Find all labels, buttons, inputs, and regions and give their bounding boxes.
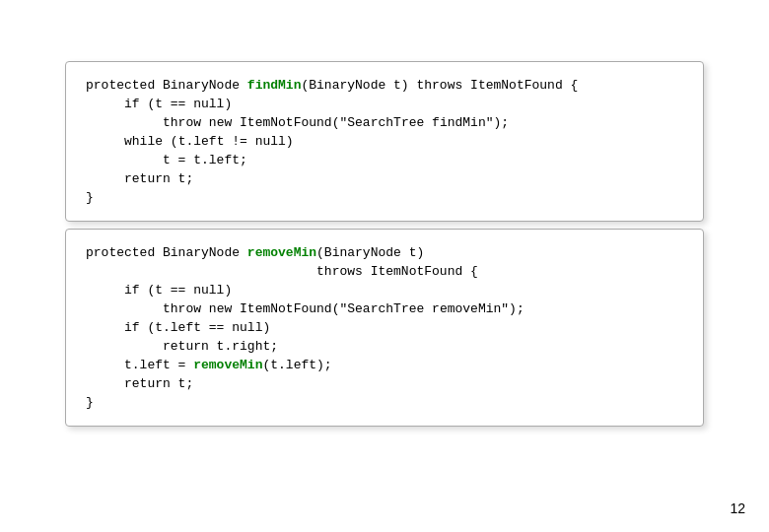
method-removeMin: removeMin: [247, 245, 316, 260]
code-line: t = t.left;: [86, 151, 683, 169]
code-line: return t;: [86, 374, 683, 393]
code-text: (BinaryNode t): [316, 245, 424, 260]
code-line: if (t == null): [86, 281, 683, 299]
keyword: protected BinaryNode: [86, 78, 247, 93]
code-line: while (t.left != null): [86, 132, 683, 151]
method-findMin: findMin: [247, 78, 302, 93]
code-line: throw new ItemNotFound("SearchTree findM…: [86, 113, 683, 132]
code-text: (BinaryNode t) throws ItemNotFound {: [301, 78, 578, 93]
code-line: return t;: [86, 169, 683, 188]
code-line: t.left = removeMin(t.left);: [86, 356, 683, 374]
code-box-1: protected BinaryNode findMin(BinaryNode …: [65, 61, 704, 222]
code-line: throw new ItemNotFound("SearchTree remov…: [86, 299, 683, 318]
code-line: if (t == null): [86, 95, 683, 113]
code-box-2: protected BinaryNode removeMin(BinaryNod…: [65, 229, 704, 427]
keyword: protected BinaryNode: [86, 245, 247, 260]
code-line: if (t.left == null): [86, 318, 683, 337]
method-removeMin-call: removeMin: [193, 358, 262, 372]
code-line: protected BinaryNode removeMin(BinaryNod…: [86, 243, 683, 262]
code-line: }: [86, 188, 683, 207]
code-line: }: [86, 393, 683, 412]
code-line: protected BinaryNode findMin(BinaryNode …: [86, 76, 683, 95]
code-line: throws ItemNotFound {: [86, 262, 683, 281]
page-number: 12: [730, 500, 745, 516]
code-line: return t.right;: [86, 337, 683, 356]
